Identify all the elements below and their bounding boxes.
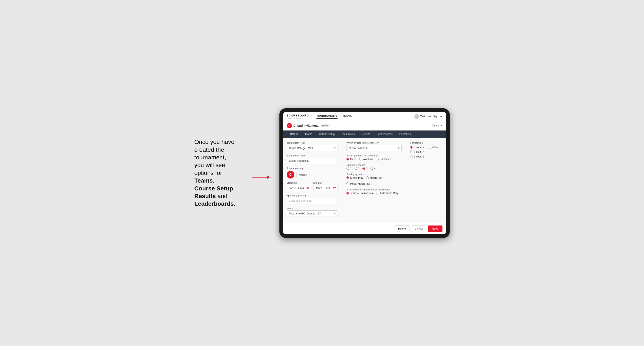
save-button[interactable]: Save [428,225,442,232]
logo-circle: C [287,171,294,178]
scoring-medal-match-play[interactable]: Medal Match Play [346,182,370,185]
tournament-host-label: Tournament Host [287,142,338,144]
rounds-1[interactable]: 1 [346,167,352,170]
tab-teams[interactable]: Teams [301,131,316,138]
logo-text: SCOREBOARD [287,114,309,117]
scoring-group: Scoring system Stroke Play Match Play [346,173,402,185]
tab-leaderboards[interactable]: Leaderboards [373,131,396,138]
division-group: Which division is the event for? NCAA Di… [346,142,402,151]
gender-combined[interactable]: Combined [376,158,391,161]
gender-mens[interactable]: Mens [346,158,356,161]
scoring-label: Scoring system [346,173,402,175]
tournament-logo-label: Tournament logo [287,167,338,170]
venue-group: Venue Peachtree GC - Atlanta - GA [287,207,338,217]
gender-radio-group: Mens Womens Combined [346,158,402,161]
rounds-group: Number of rounds 1 2 [346,164,402,170]
tablet-screen: SCOREBOARD Powered by clippd TOURNAMENTS… [283,112,446,234]
arrow-icon [250,172,271,182]
team-individual-radio-group: Teams (+Individuals) Individuals Only [346,192,402,195]
start-date-wrapper: 📅 [287,185,311,191]
calendar-icon-start: 📅 [306,186,310,189]
format-6count5[interactable]: 6 count 5 [410,155,442,158]
team-individual-group: Is this event for Teams and/or Individua… [346,188,402,195]
gender-group: Which gender is the event for? Mens Wome… [346,154,402,161]
dates-group: Start date 📅 End date 📅 [287,181,338,191]
rounds-label: Number of rounds [346,164,402,166]
tournament-name: Clippd Invitational [294,124,319,127]
tab-tee-groups[interactable]: Tee Groups [338,131,358,138]
delete-button[interactable]: Delete [394,225,410,232]
start-date-field: Start date 📅 [287,181,311,191]
tournament-name-input[interactable] [287,158,338,164]
tablet-shell: SCOREBOARD Powered by clippd TOURNAMENTS… [280,108,450,238]
end-date-label: End date [313,181,338,184]
format-5count4[interactable]: 5 count 4 [410,146,424,149]
top-navigation: SCOREBOARD Powered by clippd TOURNAMENTS… [283,112,446,121]
sponsor-input[interactable] [287,198,338,204]
rounds-4[interactable]: 4 [370,167,376,170]
format-other[interactable]: Other [428,146,439,149]
upload-button[interactable]: Upload [296,172,310,177]
tournament-badge: C [287,123,292,128]
instruction-text: Once you have created the tournament, yo… [194,138,241,208]
tournament-title: C Clippd Invitational (Men) [287,123,330,128]
start-date-label: Start date [287,181,311,184]
gender-label: Which gender is the event for? [346,154,402,157]
scoring-radio-group: Stroke Play Match Play Medal Match Play [346,176,402,185]
main-content: Tournament Host Clippd College - Men Tou… [283,138,446,223]
user-icon [414,114,419,119]
individuals-only[interactable]: Individuals Only [376,192,398,195]
end-date-wrapper: 📅 [313,185,338,191]
tournament-name-label: Tournament name [287,154,338,157]
team-individual-label: Is this event for Teams and/or Individua… [346,188,402,191]
col-left: Tournament Host Clippd College - Men Tou… [287,142,342,220]
rounds-radio-group: 1 2 3 4 [346,167,402,170]
col-middle: Which division is the event for? NCAA Di… [342,142,406,220]
svg-marker-1 [267,175,270,179]
format-type-label: Format type [410,142,442,144]
main-nav: TOURNAMENTS TEAMS [316,114,352,119]
venue-select[interactable]: Peachtree GC - Atlanta - GA [287,210,338,217]
venue-label: Venue [287,207,338,209]
calendar-icon-end: 📅 [333,186,336,189]
logo-upload-area: C Upload [287,171,338,178]
format-options: 5 count 4 Other 6 count 4 [410,146,442,158]
tournament-logo-group: Tournament logo C Upload [287,167,338,178]
division-label: Which division is the event for? [346,142,402,144]
format-row-1: 5 count 4 Other [410,146,442,149]
scoring-stroke-play[interactable]: Stroke Play [346,176,363,179]
nav-tournaments[interactable]: TOURNAMENTS [316,114,338,119]
rounds-2[interactable]: 2 [354,167,360,170]
nav-left: SCOREBOARD Powered by clippd TOURNAMENTS… [287,114,352,119]
tab-bar: Details Teams Course Setup Tee Groups Re… [283,131,446,138]
sponsor-group: Sponsor (optional) [287,194,338,204]
format-6count4[interactable]: 6 count 4 [410,151,442,154]
user-text[interactable]: Test User | Sign out [420,115,443,118]
gender-womens[interactable]: Womens [359,158,373,161]
end-date-field: End date 📅 [313,181,338,191]
cancel-top-button[interactable]: Cancel ✕ [432,124,442,127]
tournament-gender: (Men) [321,124,330,127]
nav-teams[interactable]: TEAMS [343,114,352,119]
tab-details[interactable]: Details [287,131,301,138]
logo-sub: Powered by clippd [287,117,309,119]
tab-printables[interactable]: Printables [396,131,414,138]
user-area: Test User | Sign out [414,114,443,119]
tab-results[interactable]: Results [358,131,373,138]
logo-area: SCOREBOARD Powered by clippd [287,114,309,119]
tournament-name-group: Tournament name [287,154,338,164]
cancel-button[interactable]: Cancel [411,225,426,232]
scoring-match-play[interactable]: Match Play [366,176,382,179]
division-select[interactable]: NCAA Division III [346,145,402,151]
rounds-3[interactable]: 3 [362,167,368,170]
tournament-host-group: Tournament Host Clippd College - Men [287,142,338,151]
teams-plus-individuals[interactable]: Teams (+Individuals) [346,192,374,195]
tab-course-setup[interactable]: Course Setup [316,131,338,138]
footer-bar: Delete Cancel Save [283,223,446,234]
col-right: Format type 5 count 4 Other [406,142,442,220]
tournament-host-select[interactable]: Clippd College - Men [287,145,338,151]
sponsor-label: Sponsor (optional) [287,194,338,197]
tournament-header: C Clippd Invitational (Men) Cancel ✕ [283,121,446,131]
